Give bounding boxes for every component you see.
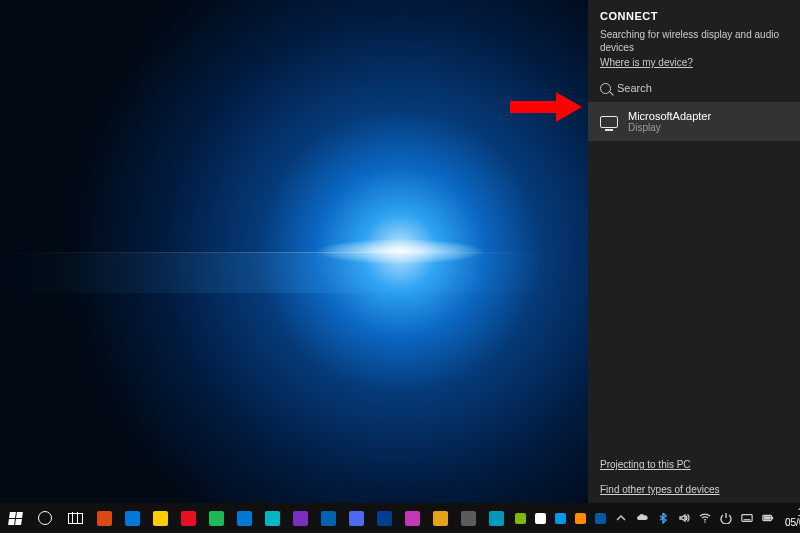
svg-rect-4: [772, 517, 773, 520]
app-icon: [461, 511, 476, 526]
device-type: Display: [628, 122, 711, 133]
taskbar-app-6[interactable]: [258, 503, 286, 533]
where-is-my-device-link[interactable]: Where is my device?: [600, 57, 788, 68]
tray-app-icon: [515, 513, 526, 524]
cortana-icon: [38, 511, 52, 525]
taskbar-app-1[interactable]: [118, 503, 146, 533]
taskbar-app-3[interactable]: [174, 503, 202, 533]
windows-logo-icon: [8, 512, 23, 525]
panel-status-text: Searching for wireless display and audio…: [600, 28, 788, 54]
tray-battery-icon[interactable]: [758, 503, 778, 533]
tray-bluetooth-icon[interactable]: [653, 503, 673, 533]
taskbar-app-5[interactable]: [230, 503, 258, 533]
app-icon: [293, 511, 308, 526]
tray-app-icon: [595, 513, 606, 524]
task-view-icon: [68, 513, 83, 524]
find-other-devices-link[interactable]: Find other types of devices: [600, 484, 788, 495]
taskbar-app-12[interactable]: [426, 503, 454, 533]
app-icon: [433, 511, 448, 526]
app-icon: [377, 511, 392, 526]
display-icon: [600, 116, 618, 128]
tray-app-1[interactable]: [530, 503, 550, 533]
svg-point-0: [704, 521, 706, 523]
tray-app-icon: [575, 513, 586, 524]
taskbar-app-0[interactable]: [90, 503, 118, 533]
tray-volume-icon[interactable]: [674, 503, 694, 533]
search-placeholder: Search: [617, 82, 652, 94]
clock-date: 05/02/2019: [785, 518, 800, 529]
taskbar-app-10[interactable]: [370, 503, 398, 533]
app-icon: [181, 511, 196, 526]
app-icon: [97, 511, 112, 526]
tray-power-icon[interactable]: [716, 503, 736, 533]
tray-app-0[interactable]: [510, 503, 530, 533]
panel-title: CONNECT: [600, 10, 788, 22]
taskbar-app-9[interactable]: [342, 503, 370, 533]
tray-app-icon: [555, 513, 566, 524]
tray-app-3[interactable]: [570, 503, 590, 533]
taskbar-app-13[interactable]: [454, 503, 482, 533]
taskbar-app-14[interactable]: [482, 503, 510, 533]
app-icon: [237, 511, 252, 526]
tray-wifi-icon[interactable]: [695, 503, 715, 533]
taskbar-app-2[interactable]: [146, 503, 174, 533]
tray-chevron-up-icon[interactable]: [611, 503, 631, 533]
svg-rect-1: [742, 515, 752, 522]
tray-onedrive-icon[interactable]: [632, 503, 652, 533]
taskbar-app-11[interactable]: [398, 503, 426, 533]
tray-app-4[interactable]: [590, 503, 610, 533]
app-icon: [209, 511, 224, 526]
connect-panel: CONNECT Searching for wireless display a…: [588, 0, 800, 503]
app-icon: [265, 511, 280, 526]
app-icon: [405, 511, 420, 526]
device-item-microsoftadapter[interactable]: MicrosoftAdapter Display: [588, 102, 800, 141]
app-icon: [489, 511, 504, 526]
device-name: MicrosoftAdapter: [628, 110, 711, 122]
search-input[interactable]: Search: [600, 82, 788, 94]
svg-rect-5: [764, 516, 771, 519]
tray-app-2[interactable]: [550, 503, 570, 533]
taskbar-app-8[interactable]: [314, 503, 342, 533]
projecting-to-this-pc-link[interactable]: Projecting to this PC: [600, 459, 788, 470]
system-tray: 14:41 05/02/2019: [510, 503, 800, 533]
taskbar: 14:41 05/02/2019: [0, 503, 800, 533]
app-icon: [321, 511, 336, 526]
taskbar-clock[interactable]: 14:41 05/02/2019: [779, 508, 800, 529]
app-icon: [125, 511, 140, 526]
app-icon: [153, 511, 168, 526]
search-icon: [600, 83, 611, 94]
taskbar-app-4[interactable]: [202, 503, 230, 533]
task-view-button[interactable]: [60, 503, 90, 533]
tray-keyboard-icon[interactable]: [737, 503, 757, 533]
cortana-button[interactable]: [30, 503, 60, 533]
start-button[interactable]: [0, 503, 30, 533]
tray-app-icon: [535, 513, 546, 524]
taskbar-app-7[interactable]: [286, 503, 314, 533]
app-icon: [349, 511, 364, 526]
